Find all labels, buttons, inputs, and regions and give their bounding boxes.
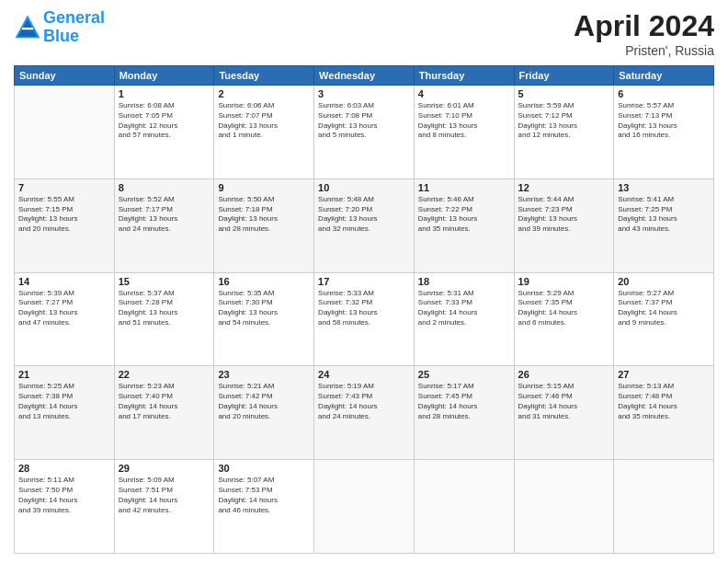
day-number: 17: [318, 276, 410, 287]
logo: General Blue: [14, 9, 105, 46]
day-number: 13: [618, 182, 710, 193]
calendar-week-2: 7Sunrise: 5:55 AMSunset: 7:15 PMDaylight…: [15, 178, 714, 272]
day-info: Sunrise: 5:37 AMSunset: 7:28 PMDaylight:…: [119, 289, 210, 328]
day-info: Sunrise: 6:06 AMSunset: 7:07 PMDaylight:…: [218, 101, 310, 141]
title-block: April 2024 Pristen', Russia: [574, 9, 714, 58]
day-number: 18: [418, 276, 510, 287]
day-info: Sunrise: 5:39 AMSunset: 7:27 PMDaylight:…: [18, 289, 110, 328]
day-number: 4: [418, 88, 510, 99]
calendar-cell: 13Sunrise: 5:41 AMSunset: 7:25 PMDayligh…: [614, 178, 714, 272]
calendar-cell: 28Sunrise: 5:11 AMSunset: 7:50 PMDayligh…: [15, 460, 115, 554]
day-number: 11: [418, 182, 510, 193]
day-info: Sunrise: 5:13 AMSunset: 7:48 PMDaylight:…: [618, 382, 710, 421]
day-number: 16: [218, 276, 310, 287]
day-info: Sunrise: 5:46 AMSunset: 7:22 PMDaylight:…: [418, 195, 510, 235]
month-title: April 2024: [574, 9, 714, 43]
calendar-cell: 21Sunrise: 5:25 AMSunset: 7:38 PMDayligh…: [15, 366, 115, 460]
day-number: 23: [218, 369, 310, 380]
calendar-cell: 14Sunrise: 5:39 AMSunset: 7:27 PMDayligh…: [15, 272, 115, 366]
calendar-cell: 15Sunrise: 5:37 AMSunset: 7:28 PMDayligh…: [114, 272, 214, 366]
day-info: Sunrise: 5:33 AMSunset: 7:32 PMDaylight:…: [318, 289, 410, 328]
calendar-cell: 11Sunrise: 5:46 AMSunset: 7:22 PMDayligh…: [414, 178, 514, 272]
header-row: Sunday Monday Tuesday Wednesday Thursday…: [15, 66, 714, 86]
day-info: Sunrise: 5:59 AMSunset: 7:12 PMDaylight:…: [518, 101, 610, 141]
day-info: Sunrise: 5:25 AMSunset: 7:38 PMDaylight:…: [18, 382, 110, 421]
day-number: 28: [18, 463, 110, 474]
day-info: Sunrise: 5:19 AMSunset: 7:43 PMDaylight:…: [318, 382, 410, 421]
day-info: Sunrise: 5:29 AMSunset: 7:35 PMDaylight:…: [518, 289, 610, 328]
calendar-cell: 9Sunrise: 5:50 AMSunset: 7:18 PMDaylight…: [214, 178, 314, 272]
calendar-cell: 26Sunrise: 5:15 AMSunset: 7:46 PMDayligh…: [514, 366, 614, 460]
calendar-cell: 19Sunrise: 5:29 AMSunset: 7:35 PMDayligh…: [514, 272, 614, 366]
calendar-cell: 22Sunrise: 5:23 AMSunset: 7:40 PMDayligh…: [114, 366, 214, 460]
logo-line2: Blue: [43, 27, 79, 45]
calendar-cell: 5Sunrise: 5:59 AMSunset: 7:12 PMDaylight…: [514, 86, 614, 179]
day-number: 25: [418, 369, 510, 380]
header: General Blue April 2024 Pristen', Russia: [14, 9, 714, 58]
day-number: 1: [119, 88, 210, 99]
col-thursday: Thursday: [414, 66, 514, 86]
calendar-week-4: 21Sunrise: 5:25 AMSunset: 7:38 PMDayligh…: [15, 366, 714, 460]
day-info: Sunrise: 5:23 AMSunset: 7:40 PMDaylight:…: [119, 382, 210, 421]
day-info: Sunrise: 5:15 AMSunset: 7:46 PMDaylight:…: [518, 382, 610, 421]
day-info: Sunrise: 6:01 AMSunset: 7:10 PMDaylight:…: [418, 101, 510, 141]
logo-line1: General: [43, 8, 105, 27]
day-number: 24: [318, 369, 410, 380]
calendar-cell: 30Sunrise: 5:07 AMSunset: 7:53 PMDayligh…: [214, 460, 314, 554]
location: Pristen', Russia: [574, 43, 714, 58]
calendar-cell: [15, 86, 115, 179]
calendar-cell: 20Sunrise: 5:27 AMSunset: 7:37 PMDayligh…: [614, 272, 714, 366]
day-info: Sunrise: 5:35 AMSunset: 7:30 PMDaylight:…: [218, 289, 310, 328]
calendar-week-1: 1Sunrise: 6:08 AMSunset: 7:05 PMDaylight…: [15, 86, 714, 179]
day-number: 30: [218, 463, 310, 474]
calendar-cell: 3Sunrise: 6:03 AMSunset: 7:08 PMDaylight…: [314, 86, 415, 179]
day-number: 15: [119, 276, 210, 287]
day-info: Sunrise: 5:50 AMSunset: 7:18 PMDaylight:…: [218, 195, 310, 235]
day-info: Sunrise: 5:11 AMSunset: 7:50 PMDaylight:…: [18, 476, 110, 515]
calendar-cell: [314, 460, 415, 554]
calendar-week-5: 28Sunrise: 5:11 AMSunset: 7:50 PMDayligh…: [15, 460, 714, 554]
day-number: 29: [119, 463, 210, 474]
day-number: 5: [518, 88, 610, 99]
page: General Blue April 2024 Pristen', Russia…: [0, 0, 728, 563]
calendar-cell: 10Sunrise: 5:48 AMSunset: 7:20 PMDayligh…: [314, 178, 415, 272]
day-info: Sunrise: 5:48 AMSunset: 7:20 PMDaylight:…: [318, 195, 410, 235]
col-wednesday: Wednesday: [314, 66, 415, 86]
calendar-body: 1Sunrise: 6:08 AMSunset: 7:05 PMDaylight…: [15, 86, 714, 554]
calendar-cell: [414, 460, 514, 554]
col-friday: Friday: [514, 66, 614, 86]
logo-icon: [14, 14, 41, 41]
col-sunday: Sunday: [15, 66, 115, 86]
day-info: Sunrise: 6:03 AMSunset: 7:08 PMDaylight:…: [318, 101, 410, 141]
logo-text: General Blue: [43, 9, 105, 46]
calendar: Sunday Monday Tuesday Wednesday Thursday…: [14, 65, 714, 554]
day-number: 19: [518, 276, 610, 287]
calendar-cell: 2Sunrise: 6:06 AMSunset: 7:07 PMDaylight…: [214, 86, 314, 179]
calendar-cell: 4Sunrise: 6:01 AMSunset: 7:10 PMDaylight…: [414, 86, 514, 179]
calendar-cell: 25Sunrise: 5:17 AMSunset: 7:45 PMDayligh…: [414, 366, 514, 460]
day-number: 8: [119, 182, 210, 193]
day-info: Sunrise: 6:08 AMSunset: 7:05 PMDaylight:…: [119, 101, 210, 141]
calendar-cell: 23Sunrise: 5:21 AMSunset: 7:42 PMDayligh…: [214, 366, 314, 460]
col-saturday: Saturday: [614, 66, 714, 86]
calendar-week-3: 14Sunrise: 5:39 AMSunset: 7:27 PMDayligh…: [15, 272, 714, 366]
calendar-header: Sunday Monday Tuesday Wednesday Thursday…: [15, 66, 714, 86]
calendar-cell: 8Sunrise: 5:52 AMSunset: 7:17 PMDaylight…: [114, 178, 214, 272]
day-number: 3: [318, 88, 410, 99]
calendar-cell: 27Sunrise: 5:13 AMSunset: 7:48 PMDayligh…: [614, 366, 714, 460]
calendar-cell: [514, 460, 614, 554]
day-info: Sunrise: 5:57 AMSunset: 7:13 PMDaylight:…: [618, 101, 710, 141]
col-monday: Monday: [114, 66, 214, 86]
calendar-cell: 17Sunrise: 5:33 AMSunset: 7:32 PMDayligh…: [314, 272, 415, 366]
day-number: 7: [18, 182, 110, 193]
day-info: Sunrise: 5:31 AMSunset: 7:33 PMDaylight:…: [418, 289, 510, 328]
day-info: Sunrise: 5:55 AMSunset: 7:15 PMDaylight:…: [18, 195, 110, 235]
day-info: Sunrise: 5:41 AMSunset: 7:25 PMDaylight:…: [618, 195, 710, 235]
calendar-cell: 29Sunrise: 5:09 AMSunset: 7:51 PMDayligh…: [114, 460, 214, 554]
day-number: 14: [18, 276, 110, 287]
day-info: Sunrise: 5:27 AMSunset: 7:37 PMDaylight:…: [618, 289, 710, 328]
day-number: 27: [618, 369, 710, 380]
calendar-cell: 6Sunrise: 5:57 AMSunset: 7:13 PMDaylight…: [614, 86, 714, 179]
svg-rect-2: [22, 28, 33, 29]
day-number: 20: [618, 276, 710, 287]
